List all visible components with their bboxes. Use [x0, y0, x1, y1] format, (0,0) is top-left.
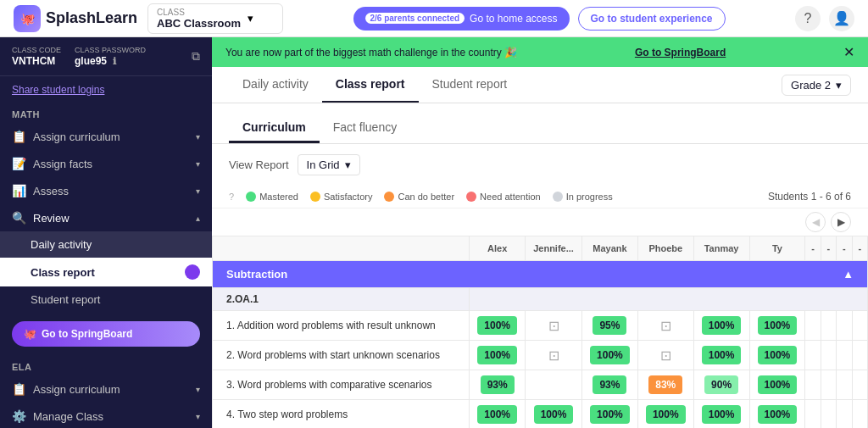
score-jennifer-1: ⊡: [526, 311, 582, 341]
student-exp-label: Go to student experience: [591, 13, 713, 25]
score-mayank-3: 93%: [582, 370, 638, 400]
student-header-blank1: -: [805, 236, 821, 261]
can-do-better-label: Can do better: [398, 192, 454, 202]
tab-daily-activity[interactable]: Daily activity: [229, 67, 322, 103]
student-header-ty: Ty: [749, 236, 805, 261]
header-center: 2/6 parents connected Go to home access …: [293, 7, 785, 31]
banner-close-icon[interactable]: ✕: [843, 44, 854, 60]
class-info: CLASS CODE VNTHCM CLASS PASSWORD glue95 …: [0, 37, 212, 76]
header-icons: ? 👤: [795, 6, 854, 31]
logo-icon: 🐙: [14, 5, 41, 32]
score-tanmay-4: 100%: [693, 400, 749, 429]
chevron-right-icon: ▾: [196, 159, 200, 169]
class-password-label: CLASS PASSWORD: [75, 46, 146, 54]
curriculum-icon: 📋: [12, 130, 26, 143]
chevron-right-icon: ▾: [196, 412, 200, 421]
table-row: 3. Word problems with comparative scenar…: [213, 370, 868, 400]
prev-arrow-button[interactable]: ◀: [805, 212, 826, 232]
score-b3-1: [837, 311, 852, 341]
sidebar-item-assess[interactable]: 📊 Assess ▾: [0, 177, 212, 204]
sidebar-item-assign-facts[interactable]: 📝 Assign facts ▾: [0, 150, 212, 177]
logo: 🐙 SplashLearn: [14, 5, 137, 32]
promo-banner: You are now part of the biggest math cha…: [212, 37, 868, 67]
parents-badge: 2/6 parents connected: [365, 13, 465, 24]
score-b1-1: [805, 311, 821, 341]
sidebar-item-review[interactable]: 🔍 Review ▴: [0, 204, 212, 231]
collapse-icon[interactable]: ▲: [843, 268, 854, 281]
grade-label: Grade 2: [791, 79, 831, 92]
legend-in-progress: In progress: [553, 192, 613, 202]
student-header-phoebe: Phoebe: [637, 236, 693, 261]
grade-selector[interactable]: Grade 2 ▾: [782, 75, 851, 96]
sidebar-subitem-student-report[interactable]: Student report: [0, 286, 212, 313]
sub-tab-fact-fluency[interactable]: Fact fluency: [320, 114, 410, 143]
oa-label: 2.OA.1: [213, 288, 470, 311]
daily-activity-label: Daily activity: [31, 238, 92, 251]
help-button[interactable]: ?: [795, 6, 821, 31]
student-experience-button[interactable]: Go to student experience: [578, 7, 726, 31]
content-area: Daily activity Class report Student repo…: [212, 67, 868, 428]
account-button[interactable]: 👤: [829, 6, 854, 31]
grades-table-container: Alex Jennife... Mayank Phoebe Tanmay Ty …: [212, 236, 868, 428]
tab-class-report[interactable]: Class report: [322, 67, 419, 103]
score-phoebe-2: ⊡: [637, 341, 693, 370]
manage-class-label: Manage Class: [33, 410, 103, 423]
tab-student-report[interactable]: Student report: [419, 67, 521, 103]
score-alex-4: 100%: [470, 400, 526, 429]
view-report-select[interactable]: In Grid ▾: [298, 154, 360, 175]
student-header-blank2: -: [821, 236, 836, 261]
sidebar: CLASS CODE VNTHCM CLASS PASSWORD glue95 …: [0, 37, 212, 428]
report-controls: View Report In Grid ▾: [212, 144, 868, 186]
banner-text: You are now part of the biggest math cha…: [225, 47, 517, 58]
score-phoebe-4: 100%: [637, 400, 693, 429]
review-label: Review: [33, 212, 70, 225]
score-ty-3: 100%: [749, 370, 805, 400]
score-b2-4: [821, 400, 836, 429]
sidebar-item-ela-curriculum[interactable]: 📋 Assign curriculum ▾: [0, 375, 212, 403]
score-tanmay-2: 100%: [693, 341, 749, 370]
share-link-section: Share student logins: [0, 76, 212, 103]
sidebar-item-manage-class[interactable]: ⚙️ Manage Class ▾: [0, 403, 212, 428]
view-report-value: In Grid: [307, 158, 340, 171]
main-content: You are now part of the biggest math cha…: [212, 37, 868, 428]
go-to-springboard-button[interactable]: 🐙 Go to SpringBoard: [12, 321, 200, 347]
springboard-icon: 🐙: [24, 328, 36, 340]
assess-icon: 📊: [12, 184, 26, 197]
next-arrow-button[interactable]: ▶: [831, 212, 851, 232]
score-phoebe-1: ⊡: [637, 311, 693, 341]
chevron-down-icon: ▾: [248, 12, 253, 25]
copy-icon[interactable]: ⧉: [192, 49, 200, 64]
springboard-banner-link[interactable]: Go to SpringBoard: [635, 47, 726, 58]
score-b1-4: [805, 400, 821, 429]
table-row: 2. Word problems with start unknown scen…: [213, 341, 868, 370]
score-jennifer-4: 100%: [526, 400, 582, 429]
sidebar-subitem-daily-activity[interactable]: Daily activity: [0, 231, 212, 258]
ela-curriculum-label: Assign curriculum: [33, 383, 120, 396]
sub-tab-curriculum[interactable]: Curriculum: [229, 114, 320, 143]
score-b4-2: [852, 341, 868, 370]
grade-chevron-icon: ▾: [836, 79, 842, 92]
logo-text: SplashLearn: [46, 9, 137, 27]
oa-label-row: 2.OA.1: [213, 288, 868, 311]
score-alex-3: 93%: [470, 370, 526, 400]
assign-facts-label: Assign facts: [33, 158, 92, 170]
in-progress-dot: [553, 192, 563, 202]
view-report-label: View Report: [229, 158, 289, 171]
sidebar-item-assign-curriculum[interactable]: 📋 Assign curriculum ▾: [0, 123, 212, 150]
class-codes: CLASS CODE VNTHCM CLASS PASSWORD glue95 …: [12, 46, 146, 67]
table-row: 4. Two step word problems 100% 100% 100%…: [213, 400, 868, 429]
assign-curriculum-label: Assign curriculum: [33, 131, 120, 143]
ela-curriculum-icon: 📋: [12, 382, 26, 396]
header: 🐙 SplashLearn CLASS ABC Classroom ▾ 2/6 …: [0, 0, 868, 37]
score-b3-3: [837, 370, 852, 400]
sidebar-subitem-class-report[interactable]: Class report Click Here: [0, 258, 212, 286]
manage-icon: ⚙️: [12, 409, 26, 423]
home-access-button[interactable]: 2/6 parents connected Go to home access: [353, 7, 570, 31]
class-selector[interactable]: CLASS ABC Classroom ▾: [147, 3, 283, 34]
topic-3: 3. Word problems with comparative scenar…: [213, 370, 470, 400]
legend-need-attention: Need attention: [466, 192, 541, 202]
select-chevron-icon: ▾: [345, 158, 351, 171]
score-b2-2: [821, 341, 836, 370]
score-b2-1: [821, 311, 836, 341]
share-student-logins-link[interactable]: Share student logins: [12, 84, 104, 96]
